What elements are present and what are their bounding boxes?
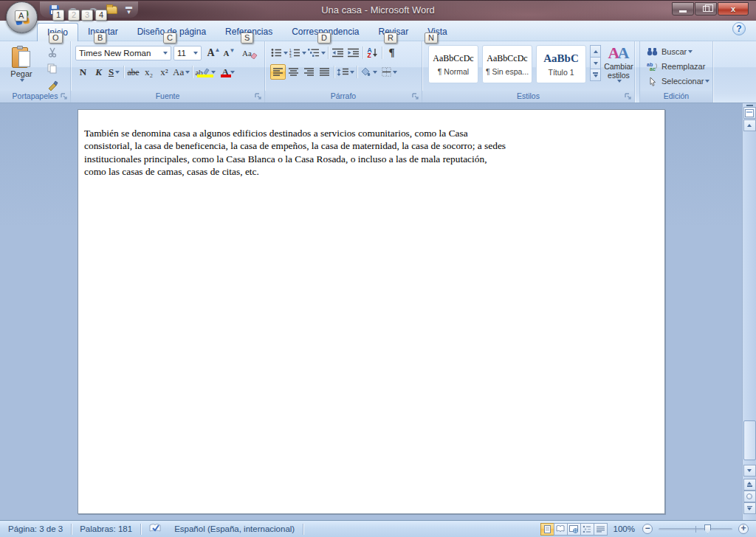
zoom-slider-thumb[interactable] xyxy=(704,524,711,534)
change-case-button[interactable]: Aa xyxy=(172,64,190,80)
estilos-dialog-launcher[interactable] xyxy=(625,93,633,101)
highlight-color-swatch xyxy=(197,75,213,77)
style-titulo-1[interactable]: AaBbC Título 1 xyxy=(536,45,586,83)
replace-icon: abac xyxy=(647,62,658,71)
align-center-button[interactable] xyxy=(286,64,301,80)
word-window: Una casa - Microsoft Word x ▬▾ A 1 2 3 4… xyxy=(0,0,756,537)
replace-button[interactable]: abac Reemplazar xyxy=(646,60,712,73)
bold-button[interactable]: N xyxy=(75,64,91,80)
separator xyxy=(357,66,357,78)
change-styles-button[interactable]: AA Cambiar estilos xyxy=(602,44,636,90)
zoom-in-button[interactable]: + xyxy=(738,524,749,534)
numbering-icon: 1.2.3. xyxy=(289,48,300,58)
highlight-button[interactable]: ab xyxy=(194,64,216,80)
page-indicator[interactable]: Página: 3 de 3 xyxy=(0,524,71,533)
style-normal[interactable]: AaBbCcDc ¶ Normal xyxy=(428,45,478,83)
restore-button[interactable] xyxy=(695,2,717,15)
paste-button[interactable]: Pegar xyxy=(4,44,38,97)
zoom-level[interactable]: 100% xyxy=(614,524,635,533)
sort-button[interactable]: AZ xyxy=(365,45,380,60)
decrease-indent-button[interactable] xyxy=(330,45,346,60)
style-sin-espaciado-preview: AaBbCcDc xyxy=(487,53,527,64)
previous-page-button[interactable] xyxy=(743,479,756,491)
ruler-toggle-button[interactable] xyxy=(743,107,756,119)
font-color-button[interactable]: A xyxy=(218,64,238,80)
parrafo-dialog-launcher[interactable] xyxy=(412,93,420,101)
styles-more-button[interactable] xyxy=(590,69,601,81)
document-paragraph[interactable]: También se denomina casa a algunos edifi… xyxy=(84,127,509,179)
show-marks-button[interactable]: ¶ xyxy=(384,45,399,60)
scroll-down-button[interactable] xyxy=(743,465,756,477)
grow-font-button[interactable]: A▲ xyxy=(206,45,221,60)
font-name-combo[interactable]: Times New Roman xyxy=(75,46,171,60)
customize-qat-button[interactable]: ▬▾ xyxy=(126,4,132,15)
zoom-out-button[interactable]: − xyxy=(642,524,653,534)
italic-button[interactable]: K xyxy=(91,64,106,80)
paste-icon xyxy=(12,46,31,69)
fuente-dialog-launcher[interactable] xyxy=(255,93,263,101)
outline-view-button[interactable] xyxy=(580,523,594,536)
portapapeles-dialog-launcher[interactable] xyxy=(61,93,69,101)
decrease-indent-icon xyxy=(332,48,343,58)
font-size-combo[interactable]: 11 xyxy=(173,46,202,60)
svg-text:3.: 3. xyxy=(289,55,292,58)
superscript-button[interactable]: x² xyxy=(157,64,172,80)
zoom-slider-track[interactable] xyxy=(659,528,732,530)
multilevel-list-button[interactable] xyxy=(307,45,326,60)
strikethrough-button[interactable]: abe xyxy=(126,64,141,80)
more-bar-icon xyxy=(593,72,598,74)
styles-scroll-down-button[interactable] xyxy=(590,57,601,69)
next-page-button[interactable] xyxy=(743,502,756,514)
align-center-icon xyxy=(289,68,298,77)
browse-object-icon xyxy=(746,493,752,499)
scroll-up-button[interactable] xyxy=(743,119,756,131)
proofing-status[interactable] xyxy=(141,523,170,535)
group-edicion: Buscar abac Reemplazar Seleccionar Edici… xyxy=(639,41,713,103)
web-layout-view-button[interactable] xyxy=(567,523,581,536)
keytip-tab-vista: N xyxy=(425,32,438,44)
keytip-undo: 2 xyxy=(68,10,80,21)
draft-view-button[interactable] xyxy=(594,523,608,536)
scrollbar-thumb[interactable] xyxy=(743,420,756,460)
underline-button[interactable]: S xyxy=(106,64,122,80)
clear-formatting-button[interactable]: Aa xyxy=(241,45,258,60)
restore-icon xyxy=(703,6,709,12)
draft-icon xyxy=(597,526,605,533)
group-portapapeles: Pegar Portapapeles xyxy=(0,41,71,103)
select-dropdown-icon xyxy=(705,80,709,83)
down-arrow-icon xyxy=(594,62,598,65)
borders-button[interactable] xyxy=(381,64,398,80)
document-area[interactable]: También se denomina casa a algunos edifi… xyxy=(0,103,756,520)
styles-scroll-up-button[interactable] xyxy=(590,45,601,58)
subscript-button[interactable]: x₂ xyxy=(141,64,157,80)
fullscreen-reading-view-button[interactable] xyxy=(554,523,568,536)
help-button[interactable]: ? xyxy=(732,22,746,35)
style-sin-espaciado[interactable]: AaBbCcDc ¶ Sin espa... xyxy=(482,45,532,83)
justify-button[interactable] xyxy=(317,64,332,80)
highlight-dropdown-icon xyxy=(211,71,216,74)
minimize-button[interactable] xyxy=(672,2,694,15)
print-layout-view-button[interactable] xyxy=(540,523,554,536)
numbering-button[interactable]: 1.2.3. xyxy=(289,45,307,60)
scrollbar-track[interactable] xyxy=(743,131,756,465)
keytip-open: 4 xyxy=(95,10,107,21)
split-handle[interactable] xyxy=(746,105,753,106)
shading-button[interactable] xyxy=(359,64,378,80)
align-right-button[interactable] xyxy=(301,64,317,80)
increase-indent-button[interactable] xyxy=(346,45,361,60)
find-button[interactable]: Buscar xyxy=(646,45,712,58)
cut-button[interactable] xyxy=(43,44,62,60)
close-button[interactable]: x xyxy=(718,2,749,15)
bullets-button[interactable] xyxy=(270,45,289,60)
align-right-icon xyxy=(304,68,314,77)
shrink-font-button[interactable]: A▼ xyxy=(221,45,237,60)
line-spacing-button[interactable] xyxy=(336,64,355,80)
word-count[interactable]: Palabras: 181 xyxy=(72,524,140,533)
up-arrow-icon xyxy=(747,124,752,127)
styles-gallery-scrollbar xyxy=(590,45,601,80)
language-indicator[interactable]: Español (España, internacional) xyxy=(170,524,303,533)
align-left-button[interactable] xyxy=(270,64,286,80)
select-browse-object-button[interactable] xyxy=(743,491,756,502)
select-button[interactable]: Seleccionar xyxy=(646,75,712,88)
copy-button[interactable] xyxy=(43,60,62,77)
